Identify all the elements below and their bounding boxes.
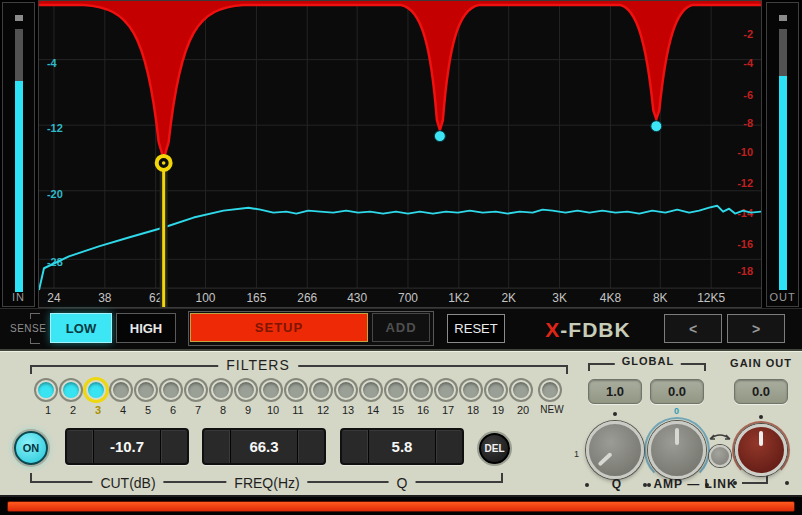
filter-button-10[interactable] (261, 380, 281, 400)
filter-button-3[interactable] (86, 380, 106, 400)
filter-button-14[interactable] (361, 380, 381, 400)
sense-bracket-top (30, 313, 40, 319)
global-amp-knob[interactable] (648, 421, 706, 479)
freq-axis-label: 3K (552, 291, 567, 305)
output-peak-indicator (779, 15, 787, 21)
right-db-axis-label: -16 (737, 238, 753, 250)
freq-increment-button[interactable] (297, 430, 324, 463)
filter-button-6[interactable] (161, 380, 181, 400)
global-amp-zero-label: 0 (674, 406, 679, 416)
cut-value-control: -10.7 (65, 428, 189, 465)
filter-button-15[interactable] (386, 380, 406, 400)
freq-label: FREQ(Hz) (226, 475, 307, 491)
filter-button-18[interactable] (461, 380, 481, 400)
output-meter-headroom (779, 29, 787, 76)
audio-spectrum-curve (39, 206, 761, 290)
global-amp-display[interactable]: 0.0 (650, 379, 704, 404)
freq-axis-label: 2K (501, 291, 516, 305)
amp-knob-pointer (675, 428, 679, 445)
global-q-knob[interactable] (586, 421, 644, 479)
filter-delete-button[interactable]: DEL (479, 433, 510, 464)
left-db-axis-label: -20 (47, 188, 63, 200)
logo-x-part: X (545, 318, 560, 341)
q-knob-pointer (598, 452, 613, 467)
plugin-logo: X-FDBK (538, 318, 638, 342)
q-increment-button[interactable] (435, 430, 462, 463)
sense-label: SENSE (10, 323, 46, 334)
right-db-axis-label: -18 (737, 265, 753, 277)
filter-button-11[interactable] (286, 380, 306, 400)
filter-button-16[interactable] (411, 380, 431, 400)
filter-button-19[interactable] (486, 380, 506, 400)
right-db-axis-label: -10 (737, 146, 753, 158)
filter-button-2[interactable] (61, 380, 81, 400)
gain-out-title: GAIN OUT (730, 357, 792, 369)
sense-high-button[interactable]: HIGH (116, 313, 176, 343)
filter-button-new[interactable] (540, 380, 560, 400)
cut-decrement-button[interactable] (67, 430, 94, 463)
input-peak-indicator (15, 15, 23, 21)
control-bar: SENSE LOW HIGH SETUP ADD RESET X-FDBK < … (0, 308, 802, 349)
filter-button-7[interactable] (186, 380, 206, 400)
q-label: Q (389, 475, 416, 491)
previous-filter-button[interactable]: < (664, 314, 722, 343)
q-knob-tick (613, 412, 617, 416)
q-decrement-button[interactable] (342, 430, 369, 463)
global-q-knob-label: Q (602, 477, 632, 491)
output-level-meter: OUT (766, 2, 799, 307)
filter-marker[interactable] (651, 121, 662, 132)
gain-out-knob[interactable] (735, 424, 787, 476)
filter-button-5[interactable] (136, 380, 156, 400)
filter-button-4[interactable] (111, 380, 131, 400)
filter-button-20[interactable] (511, 380, 531, 400)
filter-button-13[interactable] (336, 380, 356, 400)
q-value-display[interactable]: 5.8 (369, 430, 435, 463)
freq-value-display[interactable]: 66.3 (231, 430, 297, 463)
filter-button-1[interactable] (36, 380, 56, 400)
filter-button-9[interactable] (236, 380, 256, 400)
right-db-axis-label: -8 (743, 117, 753, 129)
output-meter-level (779, 76, 787, 290)
cut-increment-button[interactable] (160, 430, 187, 463)
q-value-control: 5.8 (340, 428, 464, 465)
feedback-filter-curve-fill (39, 1, 761, 159)
filter-button-17[interactable] (436, 380, 456, 400)
freq-axis-label: 100 (196, 291, 216, 305)
cut-value-display[interactable]: -10.7 (94, 430, 160, 463)
filter-button-8[interactable] (211, 380, 231, 400)
link-button[interactable] (709, 445, 731, 467)
left-db-axis-label: -4 (47, 57, 58, 69)
gain-out-display[interactable]: 0.0 (734, 379, 788, 404)
freq-axis-label: 4K8 (600, 291, 622, 305)
freq-axis-label: 266 (297, 291, 317, 305)
filter-on-button[interactable]: ON (14, 431, 48, 465)
gain-knob-tick (785, 481, 789, 485)
setup-button[interactable]: SETUP (190, 313, 368, 342)
output-meter-label: OUT (767, 291, 798, 303)
x-fdbk-plugin-window: IN 2438621001652664307001K22K3K4K88K12K5… (0, 0, 802, 515)
input-meter-label: IN (3, 291, 34, 303)
cut-label: CUT(dB) (92, 475, 163, 491)
freq-axis-label: 1K2 (448, 291, 470, 305)
global-q-display[interactable]: 1.0 (588, 379, 642, 404)
logo-fdbk-part: -FDBK (560, 318, 630, 341)
gain-knob-tick (759, 415, 763, 419)
add-button[interactable]: ADD (372, 313, 430, 342)
gain-knob-pointer (759, 431, 763, 446)
next-filter-button[interactable]: > (727, 314, 785, 343)
freq-decrement-button[interactable] (204, 430, 231, 463)
right-db-axis-label: -6 (743, 89, 753, 101)
reset-button[interactable]: RESET (447, 314, 505, 343)
input-level-meter: IN (2, 2, 35, 307)
left-db-axis-label: -12 (47, 122, 63, 134)
spectrum-display-panel: 2438621001652664307001K22K3K4K88K12K5-4-… (38, 0, 762, 308)
filter-number-label-new: NEW (537, 404, 567, 415)
freq-axis-label: 38 (98, 291, 112, 305)
freq-axis-label: 165 (246, 291, 266, 305)
filter-marker[interactable] (434, 131, 445, 142)
freq-axis-label: 700 (398, 291, 418, 305)
sense-low-button[interactable]: LOW (50, 313, 112, 343)
filter-button-12[interactable] (311, 380, 331, 400)
filters-title: FILTERS (218, 357, 298, 373)
filter-number-label-20: 20 (508, 404, 538, 416)
